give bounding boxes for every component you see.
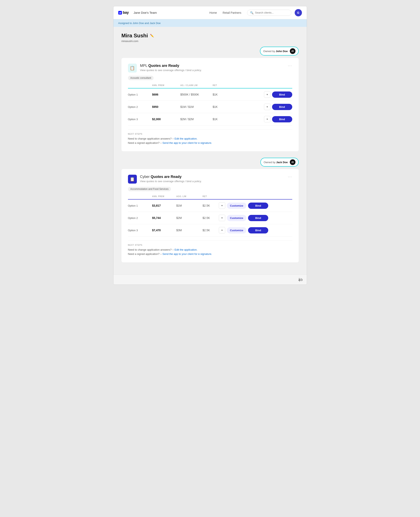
mpl-row3-ann-prem: $2,000 <box>152 118 180 121</box>
mpl-next-steps-title: NEXT STEPS <box>128 133 292 135</box>
cyber-col-customize <box>219 195 255 198</box>
mpl-col-ag-claim: AG. / CLAIM LIM <box>180 84 213 86</box>
owner-avatar-jack: JD <box>290 159 295 165</box>
cyber-row1-ret: $2.5K <box>203 204 219 207</box>
cyber-row3-agg-lim: $3M <box>176 229 203 232</box>
mpl-row3-dropdown[interactable]: ▾ <box>264 116 270 122</box>
cyber-row1-label: Option 1 <box>128 204 152 207</box>
cyber-row1-ann-prem: $3,817 <box>152 204 176 207</box>
mpl-row1-ann-prem: $686 <box>152 93 180 96</box>
mpl-table-row-1: Option 1 $686 $500K / $500K $1K ▾ Bind <box>128 88 292 101</box>
mpl-card-icon: 📋 <box>128 64 137 73</box>
mpl-row2-ag-claim: $1M / $1M <box>180 105 213 108</box>
mpl-card-header-left: 📋 MPL Quotes are Ready View quotes to se… <box>128 64 202 73</box>
mpl-card-info: MPL Quotes are Ready View quotes to see … <box>140 64 202 72</box>
mpl-col-actions <box>229 84 292 86</box>
mpl-edit-application-link[interactable]: Edit the application. <box>175 137 197 140</box>
cyber-row2-dropdown[interactable]: ▾ <box>219 215 225 221</box>
owner-badge-container-1: Owned by John Doe JD <box>121 47 299 55</box>
cyber-row3-bind-button[interactable]: Bind <box>248 227 268 234</box>
mpl-row2-label: Option 2 <box>128 106 152 108</box>
team-name: Jane Doe's Team <box>134 11 157 14</box>
page-wrapper: at bay Jane Doe's Team Home Retail Partn… <box>113 6 307 285</box>
banner-text: Assigned to John Doe and Jack Doe <box>118 22 161 25</box>
cyber-card-title: Cyber Quotes are Ready <box>140 175 202 179</box>
bottom-bar: äͅb <box>113 274 307 285</box>
client-name: Mira Sushi <box>121 32 148 39</box>
cyber-row3-label: Option 3 <box>128 229 152 232</box>
cyber-row2-customize-button[interactable]: Customize <box>227 215 247 221</box>
cyber-row2-bind-button[interactable]: Bind <box>248 215 268 221</box>
cyber-table-row-3: Option 3 $7,470 $3M $2.5K ▾ Customize Bi… <box>128 224 292 236</box>
owner-badge-container-2: Owned by Jack Doe JD <box>121 158 299 167</box>
main-content: Mira Sushi ✏️ mirasushi.com Owned by Joh… <box>113 27 307 274</box>
cyber-next-steps-line1: Need to change application answers? – Ed… <box>128 248 292 251</box>
cyber-quote-table: ANN. PREM AGG. LIM RET Option 1 $3,817 $… <box>128 195 292 236</box>
cyber-card-icon: 📋 <box>128 175 137 183</box>
cyber-row2-ann-prem: $5,744 <box>152 216 176 220</box>
mpl-row2-ret: $1K <box>213 105 229 108</box>
mpl-row3-bind-button[interactable]: Bind <box>272 116 292 122</box>
owner-badge-jack: Owned by Jack Doe JD <box>260 158 299 167</box>
search-input[interactable] <box>255 11 288 14</box>
owner-badge-jack-text: Owned by Jack Doe <box>263 161 288 164</box>
nav-home[interactable]: Home <box>210 11 217 14</box>
logo: at bay <box>118 10 129 15</box>
cyber-esignature-link[interactable]: Send the app to your client for e-signat… <box>163 252 212 255</box>
mpl-next-steps: NEXT STEPS Need to change application an… <box>128 129 292 144</box>
cyber-row2-label: Option 2 <box>128 216 152 220</box>
cyber-row1-dropdown[interactable]: ▾ <box>219 202 225 209</box>
cyber-card-tag: Accommodation and Food Services <box>128 187 171 191</box>
mpl-table-row-2: Option 2 $950 $1M / $1M $1K ▾ Bind <box>128 101 292 113</box>
cyber-edit-application-link[interactable]: Edit the application. <box>175 248 197 251</box>
mpl-row1-dropdown[interactable]: ▾ <box>264 91 270 98</box>
mpl-quote-card: 📋 MPL Quotes are Ready View quotes to se… <box>121 58 299 151</box>
mpl-card-header: 📋 MPL Quotes are Ready View quotes to se… <box>128 64 292 73</box>
search-icon: 🔍 <box>250 11 254 14</box>
cyber-card-subtitle: View quotes to see coverage offerings / … <box>140 180 202 183</box>
cyber-row2-actions: ▾ Customize Bind <box>219 215 269 221</box>
cyber-row1-bind-button[interactable]: Bind <box>248 203 268 209</box>
mpl-table-header: ANN. PREM AG. / CLAIM LIM RET <box>128 84 292 88</box>
cyber-row2-agg-lim: $2M <box>176 216 203 220</box>
nav-retail-partners[interactable]: Retail Partners <box>223 11 241 14</box>
cyber-row2-ret: $2.5K <box>203 216 219 220</box>
mpl-row3-label: Option 3 <box>128 118 152 121</box>
mpl-row2-actions: ▾ Bind <box>229 104 292 110</box>
mpl-table-row-3: Option 3 $2,000 $2M / $2M $1K ▾ Bind <box>128 113 292 125</box>
mpl-card-subtitle: View quotes to see coverage offerings / … <box>140 69 202 72</box>
mpl-card-tag: Acoustic consultant <box>128 76 154 80</box>
nav-links: Home Retail Partners <box>210 11 241 14</box>
mpl-row1-bind-button[interactable]: Bind <box>272 91 292 98</box>
cyber-table-header: ANN. PREM AGG. LIM RET <box>128 195 292 199</box>
mpl-col-ret: RET <box>213 84 229 86</box>
mpl-card-title: MPL Quotes are Ready <box>140 64 202 68</box>
client-name-row: Mira Sushi ✏️ <box>121 32 299 39</box>
edit-icon[interactable]: ✏️ <box>150 34 154 38</box>
cyber-row1-agg-lim: $1M <box>176 204 203 207</box>
mpl-col-empty <box>128 84 152 86</box>
cyber-row1-customize-button[interactable]: Customize <box>227 203 247 209</box>
user-avatar[interactable]: G <box>295 9 302 16</box>
mpl-row1-ag-claim: $500K / $500K <box>180 93 213 96</box>
cyber-row3-ret: $2.5K <box>203 229 219 232</box>
mpl-row2-dropdown[interactable]: ▾ <box>264 104 270 110</box>
cyber-row3-ann-prem: $7,470 <box>152 229 176 232</box>
assignment-banner: Assigned to John Doe and Jack Doe <box>113 19 307 27</box>
owner-badge-john: Owned by John Doe JD <box>260 47 299 55</box>
search-bar[interactable]: 🔍 <box>247 10 292 16</box>
cyber-next-steps-line2: Need a signed application? – Send the ap… <box>128 252 292 255</box>
owner-avatar-john: JD <box>290 48 295 54</box>
mpl-esignature-link[interactable]: Send the app to your client for e-signat… <box>163 141 212 144</box>
cyber-row3-customize-button[interactable]: Customize <box>227 227 247 234</box>
mpl-row3-actions: ▾ Bind <box>229 116 292 122</box>
client-url: mirasushi.com <box>121 40 299 43</box>
mpl-row2-bind-button[interactable]: Bind <box>272 104 292 110</box>
cyber-row1-actions: ▾ Customize Bind <box>219 202 269 209</box>
cyber-row3-dropdown[interactable]: ▾ <box>219 227 225 234</box>
cyber-col-agg-lim: AGG. LIM <box>176 195 203 198</box>
mpl-row1-label: Option 1 <box>128 93 152 96</box>
cyber-col-ann-prem: ANN. PREM <box>152 195 176 198</box>
cyber-card-menu[interactable]: ··· <box>288 175 292 179</box>
mpl-card-menu[interactable]: ··· <box>288 64 292 68</box>
